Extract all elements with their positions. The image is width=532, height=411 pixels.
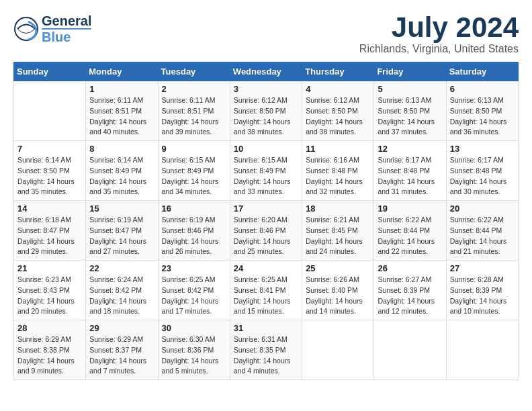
- day-info: Sunrise: 6:15 AM Sunset: 8:49 PM Dayligh…: [234, 155, 298, 197]
- day-number: 4: [306, 84, 370, 94]
- day-number: 12: [378, 144, 442, 154]
- day-number: 31: [234, 323, 298, 333]
- calendar-week-1: 1 Sunrise: 6:11 AM Sunset: 8:51 PM Dayli…: [14, 81, 519, 141]
- day-info: Sunrise: 6:21 AM Sunset: 8:45 PM Dayligh…: [306, 215, 370, 257]
- day-number: 5: [378, 84, 442, 94]
- day-number: 19: [378, 203, 442, 214]
- header-saturday: Saturday: [446, 62, 518, 81]
- day-info: Sunrise: 6:28 AM Sunset: 8:39 PM Dayligh…: [450, 275, 515, 317]
- header-wednesday: Wednesday: [230, 62, 302, 81]
- day-number: 11: [306, 144, 370, 154]
- day-number: 1: [89, 84, 154, 94]
- calendar-cell-w2-d4: 10 Sunrise: 6:15 AM Sunset: 8:49 PM Dayl…: [230, 141, 302, 201]
- calendar-cell-w3-d3: 16 Sunrise: 6:19 AM Sunset: 8:46 PM Dayl…: [158, 201, 230, 261]
- day-info: Sunrise: 6:11 AM Sunset: 8:51 PM Dayligh…: [89, 95, 154, 138]
- title-section: July 2024 Richlands, Virginia, United St…: [359, 13, 519, 55]
- day-info: Sunrise: 6:22 AM Sunset: 8:44 PM Dayligh…: [450, 215, 515, 257]
- day-number: 26: [378, 263, 442, 273]
- calendar-cell-w4-d7: 27 Sunrise: 6:28 AM Sunset: 8:39 PM Dayl…: [446, 261, 518, 320]
- day-number: 14: [17, 203, 82, 214]
- calendar-cell-w1-d2: 1 Sunrise: 6:11 AM Sunset: 8:51 PM Dayli…: [86, 81, 158, 141]
- calendar-cell-w2-d7: 13 Sunrise: 6:17 AM Sunset: 8:48 PM Dayl…: [446, 141, 518, 201]
- calendar-cell-w3-d2: 15 Sunrise: 6:19 AM Sunset: 8:47 PM Dayl…: [86, 201, 158, 261]
- day-number: 29: [89, 323, 154, 333]
- day-info: Sunrise: 6:26 AM Sunset: 8:40 PM Dayligh…: [306, 275, 370, 317]
- day-number: 9: [162, 144, 226, 154]
- day-number: 3: [234, 84, 298, 94]
- day-number: 20: [450, 203, 515, 214]
- calendar-cell-w1-d7: 6 Sunrise: 6:13 AM Sunset: 8:50 PM Dayli…: [446, 81, 518, 141]
- calendar-cell-w1-d6: 5 Sunrise: 6:13 AM Sunset: 8:50 PM Dayli…: [374, 81, 446, 141]
- day-info: Sunrise: 6:17 AM Sunset: 8:48 PM Dayligh…: [378, 155, 442, 197]
- day-number: 13: [450, 144, 515, 154]
- day-info: Sunrise: 6:20 AM Sunset: 8:46 PM Dayligh…: [234, 215, 298, 257]
- day-number: 7: [17, 144, 82, 154]
- calendar-header-row: Sunday Monday Tuesday Wednesday Thursday…: [14, 62, 519, 81]
- day-info: Sunrise: 6:18 AM Sunset: 8:47 PM Dayligh…: [17, 215, 82, 257]
- day-info: Sunrise: 6:19 AM Sunset: 8:46 PM Dayligh…: [162, 215, 226, 257]
- day-info: Sunrise: 6:30 AM Sunset: 8:36 PM Dayligh…: [162, 334, 226, 377]
- calendar-cell-w1-d1: [14, 81, 86, 141]
- calendar-cell-w1-d3: 2 Sunrise: 6:11 AM Sunset: 8:51 PM Dayli…: [158, 81, 230, 141]
- day-info: Sunrise: 6:22 AM Sunset: 8:44 PM Dayligh…: [378, 215, 442, 257]
- calendar-cell-w5-d5: [302, 320, 374, 380]
- day-info: Sunrise: 6:14 AM Sunset: 8:50 PM Dayligh…: [17, 155, 82, 197]
- day-info: Sunrise: 6:13 AM Sunset: 8:50 PM Dayligh…: [378, 95, 442, 138]
- calendar-cell-w5-d2: 29 Sunrise: 6:29 AM Sunset: 8:37 PM Dayl…: [86, 320, 158, 380]
- calendar-cell-w5-d1: 28 Sunrise: 6:29 AM Sunset: 8:38 PM Dayl…: [14, 320, 86, 380]
- day-number: 30: [162, 323, 226, 333]
- header-tuesday: Tuesday: [158, 62, 230, 81]
- day-info: Sunrise: 6:12 AM Sunset: 8:50 PM Dayligh…: [306, 95, 370, 138]
- calendar-cell-w2-d6: 12 Sunrise: 6:17 AM Sunset: 8:48 PM Dayl…: [374, 141, 446, 201]
- day-number: 17: [234, 203, 298, 214]
- calendar-week-4: 21 Sunrise: 6:23 AM Sunset: 8:43 PM Dayl…: [14, 261, 519, 320]
- calendar-cell-w1-d5: 4 Sunrise: 6:12 AM Sunset: 8:50 PM Dayli…: [302, 81, 374, 141]
- header: General Blue July 2024 Richlands, Virgin…: [13, 13, 519, 55]
- calendar-title: July 2024: [359, 13, 519, 42]
- day-info: Sunrise: 6:25 AM Sunset: 8:42 PM Dayligh…: [162, 275, 226, 317]
- calendar-cell-w3-d4: 17 Sunrise: 6:20 AM Sunset: 8:46 PM Dayl…: [230, 201, 302, 261]
- day-info: Sunrise: 6:11 AM Sunset: 8:51 PM Dayligh…: [162, 95, 226, 138]
- calendar-week-2: 7 Sunrise: 6:14 AM Sunset: 8:50 PM Dayli…: [14, 141, 519, 201]
- day-info: Sunrise: 6:29 AM Sunset: 8:37 PM Dayligh…: [89, 334, 154, 377]
- day-info: Sunrise: 6:13 AM Sunset: 8:50 PM Dayligh…: [450, 95, 515, 138]
- header-sunday: Sunday: [14, 62, 86, 81]
- calendar-cell-w5-d3: 30 Sunrise: 6:30 AM Sunset: 8:36 PM Dayl…: [158, 320, 230, 380]
- calendar-cell-w3-d5: 18 Sunrise: 6:21 AM Sunset: 8:45 PM Dayl…: [302, 201, 374, 261]
- day-number: 23: [162, 263, 226, 273]
- calendar-table: Sunday Monday Tuesday Wednesday Thursday…: [13, 62, 519, 380]
- day-number: 16: [162, 203, 226, 214]
- day-number: 22: [89, 263, 154, 273]
- calendar-subtitle: Richlands, Virginia, United States: [359, 43, 519, 55]
- calendar-cell-w4-d5: 25 Sunrise: 6:26 AM Sunset: 8:40 PM Dayl…: [302, 261, 374, 320]
- day-number: 27: [450, 263, 515, 273]
- day-number: 28: [17, 323, 82, 333]
- logo-general: General: [42, 13, 91, 28]
- calendar-cell-w5-d6: [374, 320, 446, 380]
- day-number: 24: [234, 263, 298, 273]
- header-monday: Monday: [86, 62, 158, 81]
- day-info: Sunrise: 6:12 AM Sunset: 8:50 PM Dayligh…: [234, 95, 298, 138]
- calendar-cell-w4-d4: 24 Sunrise: 6:25 AM Sunset: 8:41 PM Dayl…: [230, 261, 302, 320]
- day-number: 10: [234, 144, 298, 154]
- day-info: Sunrise: 6:15 AM Sunset: 8:49 PM Dayligh…: [162, 155, 226, 197]
- day-info: Sunrise: 6:24 AM Sunset: 8:42 PM Dayligh…: [89, 275, 154, 317]
- day-number: 21: [17, 263, 82, 273]
- day-info: Sunrise: 6:16 AM Sunset: 8:48 PM Dayligh…: [306, 155, 370, 197]
- calendar-cell-w3-d6: 19 Sunrise: 6:22 AM Sunset: 8:44 PM Dayl…: [374, 201, 446, 261]
- calendar-cell-w2-d2: 8 Sunrise: 6:14 AM Sunset: 8:49 PM Dayli…: [86, 141, 158, 201]
- logo-blue: Blue: [42, 28, 91, 44]
- day-info: Sunrise: 6:19 AM Sunset: 8:47 PM Dayligh…: [89, 215, 154, 257]
- day-info: Sunrise: 6:27 AM Sunset: 8:39 PM Dayligh…: [378, 275, 442, 317]
- calendar-cell-w1-d4: 3 Sunrise: 6:12 AM Sunset: 8:50 PM Dayli…: [230, 81, 302, 141]
- day-info: Sunrise: 6:29 AM Sunset: 8:38 PM Dayligh…: [17, 334, 82, 377]
- calendar-cell-w4-d1: 21 Sunrise: 6:23 AM Sunset: 8:43 PM Dayl…: [14, 261, 86, 320]
- day-number: 15: [89, 203, 154, 214]
- calendar-cell-w2-d3: 9 Sunrise: 6:15 AM Sunset: 8:49 PM Dayli…: [158, 141, 230, 201]
- calendar-cell-w2-d1: 7 Sunrise: 6:14 AM Sunset: 8:50 PM Dayli…: [14, 141, 86, 201]
- header-thursday: Thursday: [302, 62, 374, 81]
- day-number: 8: [89, 144, 154, 154]
- calendar-cell-w3-d1: 14 Sunrise: 6:18 AM Sunset: 8:47 PM Dayl…: [14, 201, 86, 261]
- calendar-cell-w4-d3: 23 Sunrise: 6:25 AM Sunset: 8:42 PM Dayl…: [158, 261, 230, 320]
- day-info: Sunrise: 6:25 AM Sunset: 8:41 PM Dayligh…: [234, 275, 298, 317]
